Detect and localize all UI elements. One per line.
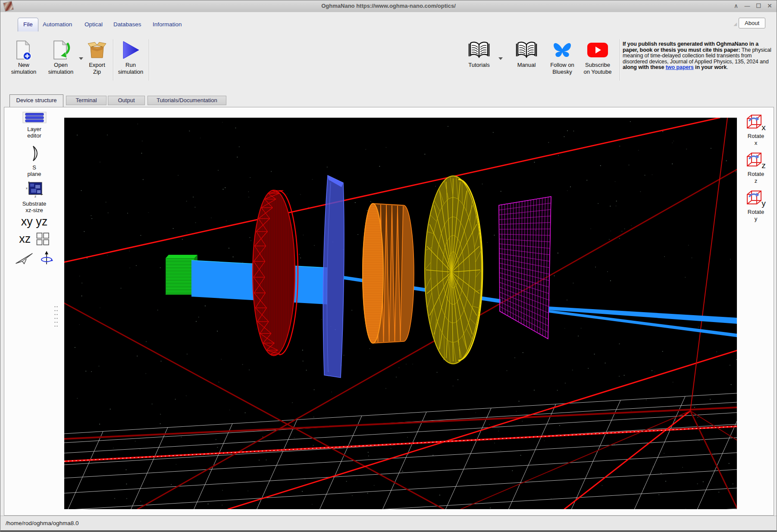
toolbar: New simulation Open simulation [0,37,777,93]
export-zip-icon [80,39,114,61]
tab-output[interactable]: Output [108,96,145,105]
open-simulation-icon [44,39,78,61]
toolbar-separator [149,39,150,81]
s-plane-icon [26,145,43,162]
resize-grip-icon: ◢ [733,22,737,26]
app-window: OghmaNano https://www.oghma-nano.com/opt… [0,0,777,532]
menu-tab-optical[interactable]: Optical [85,21,103,28]
window-title: OghmaNano https://www.oghma-nano.com/opt… [0,3,777,9]
right-rotate-sidebar: x Rotatex z Rotatez [737,107,775,508]
grid-view-icon [36,232,50,246]
tab-tutorials-documentation[interactable]: Tutorials/Documentation [147,96,226,105]
citation-bold: along with these [623,64,666,70]
panel-splitter-handle[interactable] [54,305,58,327]
rotate-cube-icon [746,189,763,207]
view-xz-button[interactable]: xz [4,232,64,246]
shade-window-icon[interactable]: ∧ [733,3,739,9]
manual-book-icon [509,39,544,61]
youtube-button[interactable]: Subscribe on Youtube [580,39,615,75]
tab-terminal[interactable]: Terminal [66,96,107,105]
export-zip-button[interactable]: Export Zip [80,39,114,75]
new-simulation-icon [6,39,41,61]
about-button[interactable]: About [739,18,765,28]
working-directory-path: /home/rod/oghma/oghma8.0 [6,520,79,526]
fly-camera-icon[interactable] [15,252,33,265]
citation-bold: in your work [694,64,727,70]
rotate-cube-icon [746,113,763,131]
menu-tab-automation[interactable]: Automation [43,21,72,28]
rotate-z-button[interactable]: z Rotatez [737,151,775,185]
titlebar: OghmaNano https://www.oghma-nano.com/opt… [0,0,777,13]
rotate-y-button[interactable]: y Rotatey [737,189,775,222]
menu-bar: File Automation Optical Databases Inform… [0,12,777,37]
substrate-xz-size-icon: x z [25,181,44,198]
status-bar: /home/rod/oghma/oghma8.0 [0,516,777,531]
substrate-xz-size-button[interactable]: x z Substrate xz-size [4,181,64,213]
rotate-cube-icon [746,151,763,169]
open-simulation-button[interactable]: Open simulation [44,39,78,75]
citation-text: If you publish results generated with Og… [623,41,775,78]
tutorials-book-icon [462,39,496,61]
bluesky-butterfly-icon [545,39,580,61]
menu-tab-file[interactable]: File [18,18,38,31]
window-bottom-edge [0,530,777,532]
3d-viewport[interactable] [64,118,737,509]
youtube-icon [580,39,615,61]
layer-editor-icon [22,112,47,123]
s-plane-button[interactable]: S plane [4,145,64,177]
rotate-axis-icon[interactable] [40,250,53,266]
bluesky-button[interactable]: Follow on Bluesky [545,39,580,75]
menu-tab-information[interactable]: Information [153,21,182,28]
svg-text:x: x [26,186,28,190]
view-xy-yz-button[interactable]: xy yz [4,215,64,228]
minimize-window-icon[interactable]: — [744,3,751,9]
manual-button[interactable]: Manual [509,39,544,69]
close-window-icon[interactable]: ✕ [766,3,773,9]
tutorials-button[interactable]: Tutorials [462,39,496,69]
menu-tab-databases[interactable]: Databases [113,21,141,28]
two-papers-link[interactable]: two papers [666,64,694,70]
toolbar-separator [620,39,620,81]
layer-editor-button[interactable]: Layer editor [4,112,64,139]
run-simulation-icon [113,39,148,61]
citation-bold: If you publish results generated with Og… [623,41,758,53]
tutorials-dropdown-icon[interactable] [498,57,503,60]
run-simulation-button[interactable]: Run simulation [113,39,148,75]
citation-regular: . [727,64,728,70]
rotate-x-button[interactable]: x Rotatex [737,113,775,147]
page-tabs: Device structure Terminal Output Tutoria… [0,93,777,107]
tab-device-structure[interactable]: Device structure [9,94,63,107]
new-simulation-button[interactable]: New simulation [6,39,41,75]
view-tools-row [4,250,64,266]
maximize-window-icon[interactable]: ☐ [755,3,762,9]
svg-text:z: z [34,194,36,198]
